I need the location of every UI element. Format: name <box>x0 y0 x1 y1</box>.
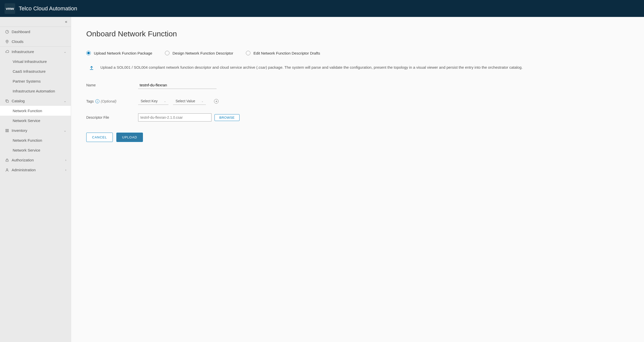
radio-upload-package[interactable]: Upload Network Function Package <box>86 51 152 55</box>
sidebar-item-inventory-network-function[interactable]: Network Function <box>0 135 71 145</box>
sidebar-item-label: Network Service <box>13 148 40 152</box>
upload-button[interactable]: UPLOAD <box>116 133 143 142</box>
chevron-down-icon: ⌄ <box>201 100 203 103</box>
radio-indicator <box>246 51 250 55</box>
app-header: vmw Telco Cloud Automation <box>0 0 644 17</box>
sidebar-group-authorization[interactable]: Authorization › <box>0 155 71 165</box>
select-placeholder: Select Value <box>176 99 195 103</box>
descriptor-filename: testnf-du-flexran-2.1.0.csar <box>140 115 183 119</box>
sidebar-item-partner-systems[interactable]: Partner Systems <box>0 76 71 86</box>
grid-icon <box>5 129 10 133</box>
lock-icon <box>5 158 10 162</box>
svg-rect-5 <box>6 131 7 132</box>
chevron-down-icon: ⌄ <box>64 99 66 103</box>
logo-text: vmw <box>6 6 14 11</box>
action-row: CANCEL UPLOAD <box>86 133 629 142</box>
radio-label: Design Network Function Descriptor <box>173 51 233 55</box>
radio-indicator <box>165 51 169 55</box>
upload-icon <box>89 65 94 71</box>
sidebar-group-label: Catalog <box>12 99 25 103</box>
svg-point-8 <box>6 168 8 170</box>
chevron-down-icon: ⌄ <box>164 100 166 103</box>
sidebar-item-label: Network Service <box>13 118 40 123</box>
mode-radio-group: Upload Network Function Package Design N… <box>86 51 629 55</box>
map-pin-icon <box>5 40 10 44</box>
sidebar-item-label: Infrastructure Automation <box>13 89 55 93</box>
app-title: Telco Cloud Automation <box>19 5 77 12</box>
sidebar-item-virtual-infrastructure[interactable]: Virtual Infrastructure <box>0 57 71 66</box>
form-label-tags: Tags i (Optional) <box>86 99 138 103</box>
svg-rect-7 <box>6 160 8 161</box>
sidebar-group-label: Inventory <box>12 128 27 133</box>
mode-description-text: Upload a SOL001 / SOL004 compliant netwo… <box>100 64 523 70</box>
sidebar-group-administration[interactable]: Administration › <box>0 165 71 175</box>
browse-button[interactable]: BROWSE <box>214 114 240 121</box>
sidebar-group-inventory[interactable]: Inventory ⌄ <box>0 126 71 135</box>
user-icon <box>5 168 10 172</box>
sidebar-item-label: CaaS Infrastructure <box>13 69 46 74</box>
svg-rect-2 <box>6 100 8 102</box>
gauge-icon <box>5 30 10 34</box>
sidebar-item-label: Partner Systems <box>13 79 41 83</box>
sidebar-item-caas-infrastructure[interactable]: CaaS Infrastructure <box>0 66 71 76</box>
add-tag-icon[interactable]: ＋ <box>214 99 219 104</box>
sidebar-item-label: Virtual Infrastructure <box>13 59 47 64</box>
tags-label-text: Tags <box>86 99 94 103</box>
svg-rect-4 <box>7 129 8 130</box>
sidebar-group-label: Authorization <box>12 158 34 162</box>
chevron-right-icon: › <box>65 158 66 162</box>
collapse-sidebar-icon[interactable]: « <box>65 19 67 24</box>
tags-key-select[interactable]: Select Key ⌄ <box>138 97 168 105</box>
info-icon[interactable]: i <box>95 99 99 103</box>
chevron-right-icon: › <box>65 168 66 172</box>
sidebar: « Dashboard Clouds Infrastr <box>0 17 71 342</box>
form-label-name: Name <box>86 83 138 87</box>
vmware-logo: vmw <box>5 3 15 14</box>
sidebar-item-clouds[interactable]: Clouds <box>0 37 71 46</box>
descriptor-file-display: testnf-du-flexran-2.1.0.csar <box>138 113 211 121</box>
sidebar-group-label: Administration <box>12 168 36 172</box>
form-row-descriptor-file: Descriptor File testnf-du-flexran-2.1.0.… <box>86 113 629 121</box>
sidebar-item-infrastructure-automation[interactable]: Infrastructure Automation <box>0 86 71 96</box>
form-row-tags: Tags i (Optional) Select Key ⌄ Select Va… <box>86 97 629 105</box>
sidebar-item-dashboard[interactable]: Dashboard <box>0 27 71 37</box>
sidebar-item-label: Clouds <box>12 39 24 44</box>
cancel-button[interactable]: CANCEL <box>86 133 113 142</box>
radio-label: Upload Network Function Package <box>94 51 152 55</box>
page-title: Onboard Network Function <box>86 30 629 38</box>
sidebar-item-label: Dashboard <box>12 30 30 34</box>
sidebar-item-inventory-network-service[interactable]: Network Service <box>0 145 71 155</box>
svg-rect-3 <box>6 129 7 130</box>
svg-rect-6 <box>7 131 8 132</box>
sidebar-group-infrastructure[interactable]: Infrastructure ⌄ <box>0 47 71 57</box>
radio-label: Edit Network Function Descriptor Drafts <box>253 51 320 55</box>
main-content: Onboard Network Function Upload Network … <box>71 17 644 342</box>
form-row-name: Name <box>86 81 629 89</box>
tags-value-select[interactable]: Select Value ⌄ <box>173 97 206 105</box>
radio-indicator <box>86 51 91 55</box>
sidebar-collapse-row: « <box>0 17 71 27</box>
radio-design-descriptor[interactable]: Design Network Function Descriptor <box>165 51 233 55</box>
sidebar-item-label: Network Function <box>13 109 42 113</box>
sidebar-item-catalog-network-service[interactable]: Network Service <box>0 116 71 126</box>
sidebar-group-label: Infrastructure <box>12 50 34 54</box>
chevron-down-icon: ⌄ <box>64 129 66 132</box>
sidebar-item-catalog-network-function[interactable]: Network Function <box>0 106 71 116</box>
radio-edit-drafts[interactable]: Edit Network Function Descriptor Drafts <box>246 51 320 55</box>
optional-hint: (Optional) <box>101 99 116 103</box>
svg-point-1 <box>7 41 7 41</box>
select-placeholder: Select Key <box>141 99 158 103</box>
chevron-down-icon: ⌄ <box>64 50 66 54</box>
copy-icon <box>5 99 10 103</box>
mode-description-row: Upload a SOL001 / SOL004 compliant netwo… <box>86 64 629 71</box>
cloud-icon <box>5 50 10 54</box>
sidebar-group-catalog[interactable]: Catalog ⌄ <box>0 96 71 106</box>
form-label-descriptor: Descriptor File <box>86 115 138 119</box>
sidebar-item-label: Network Function <box>13 138 42 142</box>
name-input[interactable] <box>138 81 217 89</box>
